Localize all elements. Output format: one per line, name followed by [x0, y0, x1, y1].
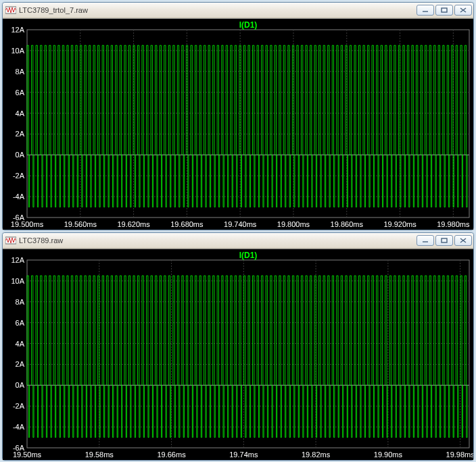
window-title: LTC3789_trtol_7.raw [19, 6, 416, 14]
titlebar[interactable]: LTC3789_trtol_7.raw [3, 3, 473, 18]
svg-rect-25 [442, 238, 447, 242]
y-tick-label: 8A [16, 68, 25, 76]
plot-area[interactable]: -6A-4A-2A0A2A4A6A8A10A12A19.500ms19.560m… [3, 18, 473, 230]
window-controls [416, 235, 472, 246]
y-tick-label: 12A [11, 26, 24, 34]
x-tick-label: 19.560ms [64, 220, 97, 228]
y-tick-label: 6A [16, 88, 25, 97]
x-tick-label: 19.620ms [117, 220, 150, 228]
maximize-button[interactable] [435, 235, 453, 246]
trace-label: I(D1) [239, 251, 258, 260]
y-tick-label: 2A [16, 130, 25, 138]
x-tick-label: 19.58ms [85, 451, 114, 459]
y-tick-label: 6A [16, 319, 25, 327]
titlebar[interactable]: LTC3789.raw [3, 233, 473, 249]
close-button[interactable] [454, 5, 472, 16]
x-tick-label: 19.50ms [13, 451, 42, 459]
minimize-button[interactable] [416, 235, 434, 246]
svg-rect-2 [442, 8, 447, 12]
x-tick-label: 19.82ms [302, 451, 331, 459]
app-icon [5, 5, 16, 16]
waveform-trace [27, 276, 467, 437]
x-tick-label: 19.74ms [229, 451, 258, 459]
y-tick-label: 0A [16, 151, 25, 159]
x-tick-label: 19.98ms [446, 451, 473, 459]
x-tick-label: 19.920ms [383, 220, 416, 228]
window-controls [416, 5, 472, 16]
trace-label: I(D1) [239, 20, 258, 30]
app-icon [5, 235, 16, 246]
y-tick-label: 10A [11, 47, 24, 55]
y-tick-label: 4A [16, 340, 25, 348]
waveform-window: LTC3789.raw -6A-4A-2A0A2A4A6A8A10A12A19.… [2, 232, 474, 461]
x-tick-label: 19.740ms [224, 220, 257, 228]
y-tick-label: 0A [16, 381, 25, 389]
y-tick-label: -2A [13, 172, 25, 180]
x-tick-label: 19.860ms [331, 220, 364, 228]
x-tick-label: 19.500ms [11, 220, 44, 228]
waveform-trace [27, 45, 467, 207]
plot-canvas[interactable]: -6A-4A-2A0A2A4A6A8A10A12A19.500ms19.560m… [3, 19, 473, 230]
x-tick-label: 19.980ms [437, 220, 470, 228]
y-tick-label: 2A [16, 360, 25, 368]
y-tick-label: -2A [13, 402, 25, 410]
y-tick-label: -4A [13, 423, 25, 431]
waveform-window: LTC3789_trtol_7.raw -6A-4A-2A0A2A4A6A8A1… [2, 2, 474, 230]
maximize-button[interactable] [435, 5, 453, 16]
close-button[interactable] [454, 235, 472, 246]
x-tick-label: 19.800ms [277, 220, 310, 228]
y-tick-label: -4A [13, 192, 25, 201]
plot-canvas[interactable]: -6A-4A-2A0A2A4A6A8A10A12A19.50ms19.58ms1… [3, 249, 473, 460]
window-title: LTC3789.raw [19, 236, 416, 245]
y-tick-label: 10A [11, 277, 24, 285]
y-tick-label: 4A [16, 109, 25, 118]
x-tick-label: 19.680ms [170, 220, 204, 228]
minimize-button[interactable] [416, 5, 434, 16]
y-tick-label: 8A [16, 298, 25, 306]
y-tick-label: 12A [11, 256, 24, 264]
x-tick-label: 19.90ms [374, 451, 403, 459]
x-tick-label: 19.66ms [157, 451, 186, 459]
plot-area[interactable]: -6A-4A-2A0A2A4A6A8A10A12A19.50ms19.58ms1… [3, 249, 473, 460]
